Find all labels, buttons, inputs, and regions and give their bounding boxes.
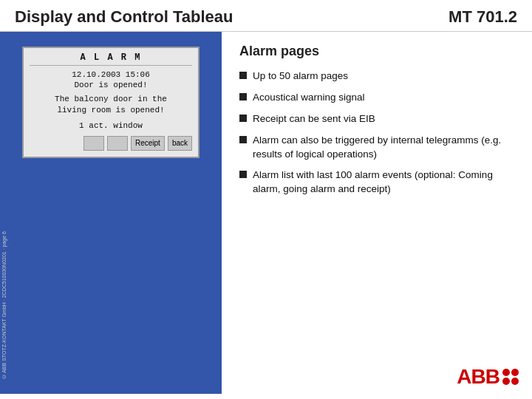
bullet-icon — [239, 115, 247, 122]
bullet-icon — [239, 171, 247, 178]
alarm-display: A L A R M 12.10.2003 15:06 Door is opene… — [22, 47, 200, 158]
list-item: Up to 50 alarm pages — [239, 69, 514, 83]
list-item: Alarm list with last 100 alarm events (o… — [239, 168, 514, 197]
alarm-datetime: 12.10.2003 15:06 — [30, 70, 192, 79]
alarm-button-row: Receipt back — [30, 136, 192, 151]
abb-circle-1 — [502, 369, 510, 376]
bullet-icon — [239, 136, 247, 143]
list-item: Receipt can be sent via EIB — [239, 112, 514, 126]
section-title: Alarm pages — [239, 44, 514, 59]
alarm-title: A L A R M — [30, 52, 192, 66]
model-number: MT 701.2 — [449, 7, 517, 27]
main-content: A L A R M 12.10.2003 15:06 Door is opene… — [0, 32, 532, 394]
alarm-empty-btn-2[interactable] — [107, 136, 128, 151]
abb-circle-2 — [511, 369, 519, 376]
abb-logo: ABB — [457, 365, 519, 389]
left-panel: A L A R M 12.10.2003 15:06 Door is opene… — [0, 32, 222, 394]
bullet-icon — [239, 93, 247, 100]
list-item: Alarm can also be triggered by internal … — [239, 134, 514, 162]
abb-logo-circles — [502, 369, 519, 385]
header: Display and Control Tableau MT 701.2 — [0, 0, 532, 32]
feature-list: Up to 50 alarm pagesAcoustical warning s… — [239, 69, 514, 382]
alarm-empty-btn-1[interactable] — [83, 136, 104, 151]
back-button[interactable]: back — [168, 136, 192, 151]
page-title: Display and Control Tableau — [15, 7, 233, 27]
abb-circle-3 — [502, 378, 510, 385]
alarm-window-label: 1 act. window — [30, 121, 192, 130]
right-panel: Alarm pages Up to 50 alarm pagesAcoustic… — [222, 32, 532, 394]
list-item: Acoustical warning signal — [239, 91, 514, 105]
alarm-message: The balcony door in the living room is o… — [30, 94, 192, 117]
abb-circle-4 — [511, 378, 519, 385]
abb-logo-text: ABB — [457, 365, 499, 389]
bullet-icon — [239, 72, 247, 79]
copyright-text: © ABB STOTZ-KONTAKT GmbH · 2CDC510030N02… — [1, 231, 7, 379]
receipt-button[interactable]: Receipt — [131, 136, 165, 151]
alarm-door-line: Door is opened! — [30, 81, 192, 89]
